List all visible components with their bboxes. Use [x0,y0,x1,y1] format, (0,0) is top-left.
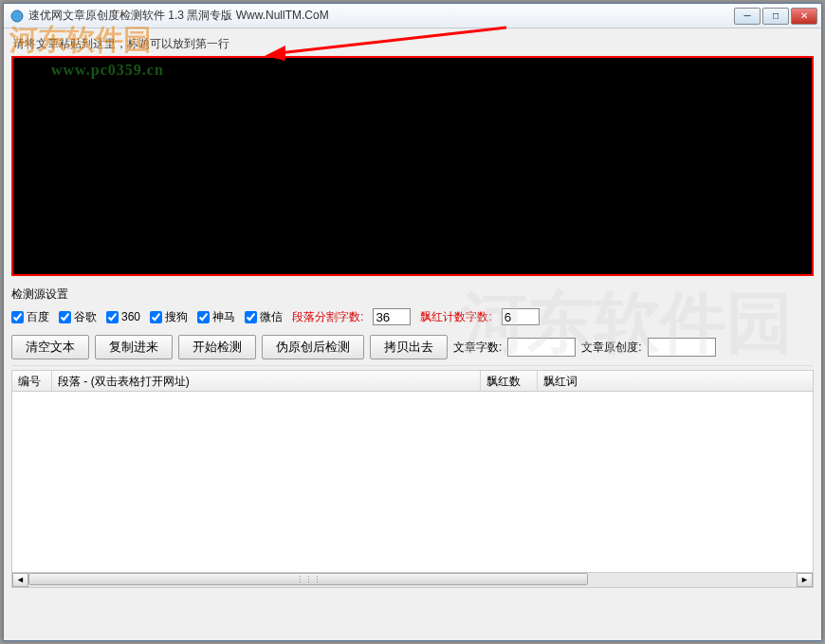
start-button[interactable]: 开始检测 [178,335,256,359]
source-sogou-checkbox[interactable] [150,311,162,323]
maximize-button[interactable]: □ [762,8,789,25]
scroll-track[interactable]: ⋮⋮⋮ [28,573,797,587]
copyout-button[interactable]: 拷贝出去 [370,335,448,359]
scroll-right-icon[interactable]: ► [797,573,813,587]
paste-button[interactable]: 复制进来 [95,335,173,359]
titlebar[interactable]: 速优网文章原创度检测软件 1.3 黑洞专版 Www.NullTM.CoM ─ □… [4,4,821,28]
table-header: 编号 段落 - (双击表格打开网址) 飘红数 飘红词 [12,371,813,392]
wordcount-field[interactable] [507,338,576,357]
scroll-thumb[interactable]: ⋮⋮⋮ [28,573,588,585]
source-shenma[interactable]: 神马 [197,309,235,325]
minimize-button[interactable]: ─ [734,8,761,25]
col-redwords[interactable]: 飘红词 [538,371,813,391]
col-paragraph[interactable]: 段落 - (双击表格打开网址) [52,371,481,391]
sources-row: 百度 谷歌 360 搜狗 神马 微信 段落分割字数: [11,304,814,329]
source-baidu-checkbox[interactable] [11,311,24,323]
horizontal-scrollbar[interactable]: ◄ ⋮⋮⋮ ► [11,572,814,588]
content-area: 请将文章粘贴到这里，标题可以放到第一行 检测源设置 百度 谷歌 360 搜狗 [4,28,821,596]
source-360-checkbox[interactable] [106,311,119,323]
red-label: 飘红计数字数: [420,309,491,325]
red-input[interactable] [502,308,540,325]
source-baidu[interactable]: 百度 [11,309,49,325]
source-360[interactable]: 360 [106,310,140,323]
col-redcount[interactable]: 飘红数 [481,371,538,391]
button-row: 清空文本 复制进来 开始检测 伪原创后检测 拷贝出去 文章字数: 文章原创度: [11,329,814,366]
originality-label: 文章原创度: [581,340,641,356]
source-google[interactable]: 谷歌 [59,309,97,325]
sources-label: 检测源设置 [11,285,814,304]
source-weixin[interactable]: 微信 [245,309,283,325]
col-index[interactable]: 编号 [12,371,52,391]
results-table: 编号 段落 - (双击表格打开网址) 飘红数 飘红词 [11,370,814,588]
article-input[interactable] [11,56,814,276]
window-title: 速优网文章原创度检测软件 1.3 黑洞专版 Www.NullTM.CoM [28,8,734,24]
wordcount-label: 文章字数: [453,340,502,356]
editor-hint: 请将文章粘贴到这里，标题可以放到第一行 [11,34,814,56]
pseudocheck-button[interactable]: 伪原创后检测 [262,335,364,359]
scroll-left-icon[interactable]: ◄ [12,573,28,587]
clear-button[interactable]: 清空文本 [11,335,89,359]
seg-label: 段落分割字数: [292,309,363,325]
originality-field[interactable] [648,338,716,357]
app-window: 速优网文章原创度检测软件 1.3 黑洞专版 Www.NullTM.CoM ─ □… [3,3,822,641]
app-icon [9,9,25,24]
source-google-checkbox[interactable] [59,311,71,323]
seg-input[interactable] [373,308,411,325]
source-sogou[interactable]: 搜狗 [150,309,188,325]
source-shenma-checkbox[interactable] [197,311,210,323]
source-weixin-checkbox[interactable] [245,311,257,323]
close-button[interactable]: ✕ [791,8,817,25]
svg-point-0 [11,10,23,22]
